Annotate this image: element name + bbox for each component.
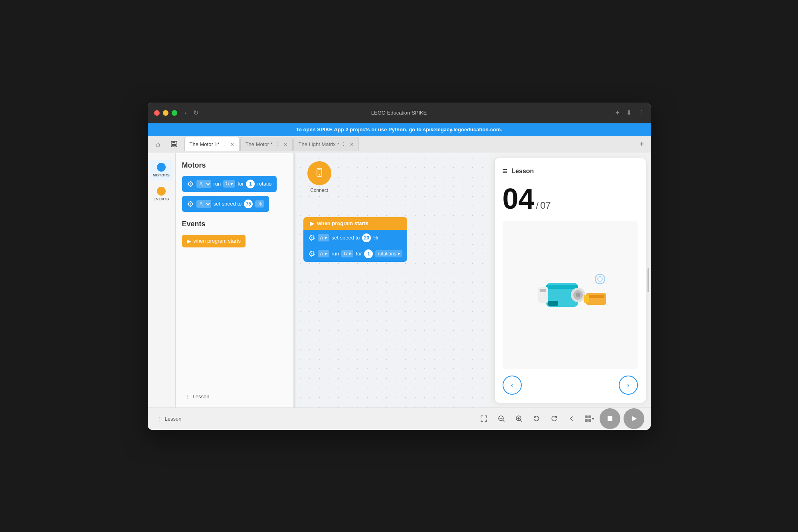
bottom-toolbar: ⋮ Lesson bbox=[148, 407, 651, 430]
run-controls: ▾ bbox=[582, 408, 644, 429]
lesson-bottom-dots: ⋮ bbox=[157, 416, 162, 422]
svg-rect-23 bbox=[585, 419, 588, 422]
lesson-link[interactable]: ⋮ Lesson bbox=[182, 392, 213, 401]
port-select-a[interactable]: ABC bbox=[196, 180, 211, 188]
canvas-speed-value[interactable]: 20 bbox=[362, 233, 371, 242]
lesson-panel-title: Lesson bbox=[511, 168, 534, 175]
canvas-percent-label: % bbox=[373, 235, 378, 241]
save-button[interactable] bbox=[167, 137, 181, 151]
svg-rect-14 bbox=[586, 293, 606, 305]
play-button[interactable] bbox=[624, 408, 644, 429]
tab-lightmatrix[interactable]: The Light Matrix * ⋮ ✕ bbox=[293, 137, 359, 151]
svg-point-17 bbox=[595, 274, 605, 284]
phone-icon bbox=[314, 168, 325, 179]
sidebar-item-motors[interactable]: MOTORS bbox=[150, 160, 172, 180]
lesson-image bbox=[503, 221, 638, 369]
redo-icon bbox=[550, 415, 558, 423]
port-select-a2[interactable]: ABC bbox=[196, 200, 211, 208]
motor-svg bbox=[530, 267, 610, 323]
collapse-panel-button[interactable] bbox=[564, 411, 579, 426]
canvas-rotation-value[interactable]: 1 bbox=[364, 249, 373, 258]
info-banner: To open SPIKE App 2 projects or use Pyth… bbox=[148, 123, 651, 136]
save-icon bbox=[170, 140, 178, 148]
traffic-lights bbox=[154, 110, 177, 116]
sidebar-events-label: EVENTS bbox=[153, 197, 169, 201]
play-icon: ▶ bbox=[187, 238, 191, 244]
percent-label: % bbox=[255, 200, 264, 208]
lesson-header: ≡ Lesson bbox=[503, 166, 638, 176]
menu-icon[interactable]: ⋮ bbox=[638, 109, 644, 117]
direction-select[interactable]: ↻ ▾ bbox=[223, 180, 235, 188]
tab-label: The Motor 1* bbox=[190, 141, 220, 147]
tab-label: The Light Matrix * bbox=[299, 141, 339, 147]
svg-rect-5 bbox=[318, 169, 321, 170]
tab-motor1[interactable]: The Motor 1* ⋮ ✕ bbox=[184, 137, 240, 151]
block-stack: ▶ when program starts ⚙ A ▾ set speed to… bbox=[303, 217, 407, 262]
play-icon bbox=[630, 415, 638, 422]
grid-view-button[interactable]: ▾ bbox=[582, 411, 596, 426]
lesson-next-button[interactable]: › bbox=[619, 376, 638, 395]
event-label: when program starts bbox=[194, 238, 241, 244]
undo-button[interactable] bbox=[529, 411, 544, 426]
lesson-navigation: ‹ › bbox=[503, 376, 638, 395]
canvas-run-block[interactable]: ⚙ A ▾ run ↻ ▾ for 1 rotations bbox=[303, 246, 407, 262]
maximize-button[interactable] bbox=[172, 110, 177, 116]
tab-close-icon[interactable]: ✕ bbox=[350, 142, 354, 147]
download-icon[interactable]: ⬇ bbox=[626, 109, 632, 117]
main-content: MOTORS EVENTS Motors ⚙ ABC run ↻ ▾ bbox=[148, 153, 651, 407]
zoom-in-button[interactable] bbox=[512, 411, 526, 426]
title-actions: ✦ ⬇ ⋮ bbox=[615, 109, 644, 117]
tab-motor[interactable]: The Motor * ⋮ ✕ bbox=[240, 137, 293, 151]
back-button[interactable]: ← bbox=[184, 109, 190, 117]
speed-value[interactable]: 75 bbox=[244, 200, 253, 208]
motor-run-block[interactable]: ⚙ ABC run ↻ ▾ for 1 rotatio bbox=[182, 176, 277, 192]
svg-rect-2 bbox=[172, 144, 176, 146]
minimize-button[interactable] bbox=[163, 110, 168, 116]
blocks-panel: Motors ⚙ ABC run ↻ ▾ for 1 rotatio ⚙ bbox=[176, 153, 295, 407]
reload-button[interactable]: ↻ bbox=[193, 109, 198, 117]
canvas-block-stack: ▶ when program starts ⚙ A ▾ set speed to… bbox=[303, 217, 407, 262]
stop-icon bbox=[606, 415, 614, 422]
sidebar-motors-label: MOTORS bbox=[153, 173, 170, 177]
sidebar: MOTORS EVENTS bbox=[148, 153, 176, 407]
tab-close-icon[interactable]: ✕ bbox=[283, 142, 287, 147]
zoom-out-button[interactable] bbox=[494, 411, 509, 426]
tab-label: The Motor * bbox=[246, 141, 273, 147]
connect-button[interactable]: Connect bbox=[307, 161, 331, 193]
stop-button[interactable] bbox=[600, 408, 620, 429]
puzzle-icon[interactable]: ✦ bbox=[615, 109, 620, 117]
motor-speed-block[interactable]: ⚙ ABC set speed to 75 % bbox=[182, 196, 269, 212]
svg-rect-13 bbox=[540, 289, 546, 292]
canvas-area[interactable]: Connect ▶ when program starts ⚙ A ▾ bbox=[295, 153, 489, 407]
lesson-header-icon: ≡ bbox=[503, 166, 508, 176]
lesson-bottom-link[interactable]: ⋮ Lesson bbox=[154, 414, 185, 423]
tab-menu-icon[interactable]: ⋮ bbox=[275, 142, 279, 147]
when-program-starts-block[interactable]: ▶ when program starts bbox=[182, 235, 246, 247]
port-selector-2[interactable]: A ▾ bbox=[318, 250, 329, 257]
direction-canvas[interactable]: ↻ ▾ bbox=[341, 250, 353, 257]
svg-rect-21 bbox=[585, 415, 588, 418]
rotation-count[interactable]: 1 bbox=[246, 180, 255, 188]
scrollbar[interactable] bbox=[648, 268, 649, 292]
events-section-title: Events bbox=[182, 220, 289, 228]
redo-button[interactable] bbox=[547, 411, 561, 426]
fit-screen-icon bbox=[480, 415, 488, 423]
fit-screen-button[interactable] bbox=[477, 411, 491, 426]
tab-menu-icon[interactable]: ⋮ bbox=[341, 142, 346, 147]
motor-icon-2: ⚙ bbox=[187, 199, 194, 209]
tab-menu-icon[interactable]: ⋮ bbox=[222, 142, 226, 147]
trigger-block[interactable]: ▶ when program starts bbox=[303, 217, 407, 230]
lesson-prev-button[interactable]: ‹ bbox=[503, 376, 522, 395]
play-triangle-icon: ▶ bbox=[310, 220, 314, 227]
port-selector-1[interactable]: A ▾ bbox=[318, 234, 329, 241]
tab-close-icon[interactable]: ✕ bbox=[230, 142, 234, 147]
sidebar-item-events[interactable]: EVENTS bbox=[150, 184, 172, 204]
home-button[interactable]: ⌂ bbox=[151, 137, 165, 151]
canvas-speed-block[interactable]: ⚙ A ▾ set speed to 20 % bbox=[303, 230, 407, 246]
lesson-panel: ≡ Lesson 04 / 07 bbox=[494, 158, 646, 403]
close-button[interactable] bbox=[154, 110, 160, 116]
svg-rect-25 bbox=[608, 416, 612, 421]
add-tab-button[interactable]: + bbox=[636, 138, 648, 150]
rotations-selector[interactable]: rotations ▾ bbox=[375, 250, 402, 257]
zoom-in-icon bbox=[515, 415, 523, 423]
